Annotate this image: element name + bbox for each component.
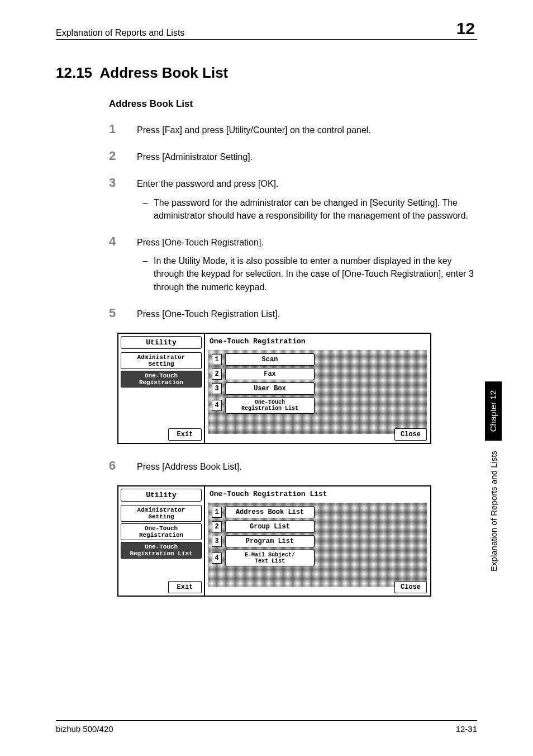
step-subnote: – In the Utility Mode, it is also possib… — [137, 254, 477, 294]
ui-sidebar: Utility AdministratorSetting One-TouchRe… — [118, 486, 205, 596]
footer-page-num: 12-31 — [456, 724, 477, 734]
scan-button[interactable]: Scan — [225, 353, 315, 366]
step-4: 4 Press [One-Touch Registration]. – In t… — [109, 234, 477, 294]
menu-num: 1 — [212, 507, 222, 518]
exit-button[interactable]: Exit — [168, 428, 202, 441]
side-tab: Chapter 12 Explanation of Reports and Li… — [485, 381, 502, 582]
nav-administrator-setting[interactable]: AdministratorSetting — [121, 352, 202, 369]
header-title: Explanation of Reports and Lists — [56, 28, 184, 38]
menu-item-registration-list: 4 One-TouchRegistration List — [212, 397, 423, 414]
side-tab-chapter: Chapter 12 — [485, 381, 502, 441]
close-button[interactable]: Close — [394, 428, 427, 441]
step-subnote: – The password for the administrator can… — [137, 196, 477, 222]
ui-panel-registration-list: Utility AdministratorSetting One-TouchRe… — [117, 485, 431, 597]
menu-num: 2 — [212, 521, 222, 532]
program-list-button[interactable]: Program List — [225, 535, 315, 547]
step-1: 1 Press [Fax] and press [Utility/Counter… — [109, 122, 477, 136]
ui-main: One-Touch Registration List 1 Address Bo… — [205, 486, 430, 596]
menu-num: 4 — [212, 400, 222, 411]
step-text: Press [Administrator Setting]. — [137, 149, 253, 163]
menu-item-group-list: 2 Group List — [212, 521, 423, 533]
fax-button[interactable]: Fax — [225, 368, 315, 380]
menu-item-fax: 2 Fax — [212, 368, 423, 380]
step-number: 1 — [109, 122, 137, 136]
step-number: 6 — [109, 459, 137, 473]
ui-panel-one-touch-registration: Utility AdministratorSetting One-TouchRe… — [117, 333, 431, 444]
section-heading: 12.15 Address Book List — [56, 64, 477, 82]
ui-main: One-Touch Registration 1 Scan 2 Fax 3 Us… — [205, 334, 430, 443]
group-list-button[interactable]: Group List — [225, 521, 315, 533]
step-6: 6 Press [Address Book List]. — [109, 459, 477, 473]
exit-button[interactable]: Exit — [168, 581, 202, 593]
address-book-list-button[interactable]: Address Book List — [225, 506, 315, 518]
menu-num: 1 — [212, 354, 222, 365]
menu-num: 2 — [212, 368, 222, 380]
nav-one-touch-registration[interactable]: One-TouchRegistration — [121, 371, 202, 388]
menu-num: 3 — [212, 536, 222, 547]
panel-title: One-Touch Registration — [208, 336, 427, 347]
close-button[interactable]: Close — [394, 581, 427, 593]
page-header: Explanation of Reports and Lists 12 — [56, 19, 477, 40]
step-number: 4 — [109, 234, 137, 294]
user-box-button[interactable]: User Box — [225, 382, 315, 395]
nav-one-touch-registration[interactable]: One-TouchRegistration — [121, 523, 202, 540]
one-touch-registration-list-button[interactable]: One-TouchRegistration List — [225, 397, 315, 414]
page-footer: bizhub 500/420 12-31 — [56, 720, 477, 734]
menu-item-address-book: 1 Address Book List — [212, 506, 423, 518]
step-text: Press [Fax] and press [Utility/Counter] … — [137, 122, 371, 136]
utility-label: Utility — [121, 336, 202, 349]
step-number: 2 — [109, 149, 137, 163]
dash-bullet: – — [137, 254, 154, 294]
step-text: Enter the password and press [OK]. – The… — [137, 176, 477, 222]
section-number: 12.15 — [56, 64, 92, 81]
side-tab-section: Explanation of Reports and Lists — [487, 441, 501, 582]
subnote-text: The password for the administrator can b… — [154, 196, 477, 222]
step-3: 3 Enter the password and press [OK]. – T… — [109, 176, 477, 222]
footer-model: bizhub 500/420 — [56, 724, 113, 734]
subnote-text: In the Utility Mode, it is also possible… — [154, 254, 477, 294]
menu-num: 3 — [212, 383, 222, 394]
panel-title: One-Touch Registration List — [208, 489, 427, 499]
step-text: Press [One-Touch Registration]. – In the… — [137, 234, 477, 294]
menu-item-program-list: 3 Program List — [212, 535, 423, 547]
section-title-text: Address Book List — [100, 64, 229, 81]
email-subject-text-list-button[interactable]: E-Mail Subject/Text List — [225, 550, 315, 566]
ui-sidebar: Utility AdministratorSetting One-TouchRe… — [118, 334, 205, 443]
menu-item-scan: 1 Scan — [212, 353, 423, 366]
nav-one-touch-registration-list[interactable]: One-TouchRegistration List — [121, 542, 202, 559]
menu-item-email-subject: 4 E-Mail Subject/Text List — [212, 550, 423, 566]
nav-administrator-setting[interactable]: AdministratorSetting — [121, 505, 202, 522]
step-2: 2 Press [Administrator Setting]. — [109, 149, 477, 163]
menu-area: 1 Scan 2 Fax 3 User Box 4 One-TouchRegis… — [208, 350, 427, 434]
menu-area: 1 Address Book List 2 Group List 3 Progr… — [208, 503, 427, 587]
dash-bullet: – — [137, 196, 154, 222]
step-text: Press [One-Touch Registration List]. — [137, 306, 280, 320]
header-chapter-num: 12 — [454, 19, 477, 38]
utility-label: Utility — [121, 489, 202, 502]
step-5: 5 Press [One-Touch Registration List]. — [109, 306, 477, 320]
subsection-heading: Address Book List — [109, 98, 477, 110]
menu-item-user-box: 3 User Box — [212, 382, 423, 395]
step-number: 3 — [109, 176, 137, 222]
step-number: 5 — [109, 306, 137, 320]
menu-num: 4 — [212, 552, 222, 564]
step-text: Press [Address Book List]. — [137, 459, 242, 473]
